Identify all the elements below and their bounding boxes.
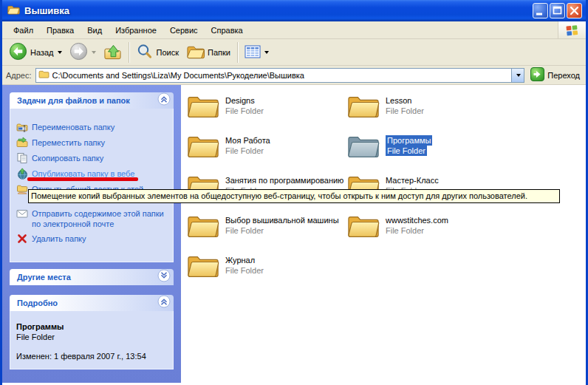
- back-dropdown-caret[interactable]: [58, 51, 62, 54]
- folder-name: Мастер-Класс: [386, 175, 439, 185]
- email-icon: [16, 208, 28, 219]
- details-header[interactable]: Подробно: [10, 295, 174, 311]
- chevron-down-icon: [516, 74, 521, 77]
- delete-icon: [16, 233, 28, 245]
- folder-selected-icon: [347, 134, 380, 160]
- menu-bar: Файл Правка Вид Избранное Сервис Справка: [2, 21, 586, 39]
- address-path[interactable]: C:\Documents and Settings\Liza\My Docume…: [52, 71, 509, 80]
- folder-tile[interactable]: wwwstitches.com File Folder: [347, 214, 507, 253]
- views-dropdown-caret[interactable]: [264, 51, 269, 54]
- move-folder-icon: [16, 137, 28, 149]
- folders-icon: [186, 43, 205, 62]
- search-icon: [136, 43, 154, 62]
- other-places-header[interactable]: Другие места: [10, 269, 174, 285]
- close-button[interactable]: [567, 3, 582, 18]
- go-icon: [530, 67, 544, 83]
- folder-type: File Folder: [225, 106, 264, 116]
- task-link[interactable]: Переместить папку: [16, 137, 168, 149]
- forward-dropdown-caret[interactable]: [92, 51, 96, 54]
- menu-edit[interactable]: Правка: [40, 24, 81, 37]
- go-label: Переход: [547, 71, 580, 80]
- task-link[interactable]: Отправить содержимое этой папки по элект…: [16, 208, 168, 229]
- folders-button[interactable]: Папки: [182, 41, 234, 64]
- minimize-button[interactable]: [533, 3, 548, 18]
- folder-name: Моя Работа: [225, 135, 270, 146]
- toolbar-separator: [129, 42, 129, 63]
- forward-icon: [69, 42, 88, 62]
- back-icon: [9, 42, 27, 62]
- publish-web-icon: [16, 168, 28, 180]
- folder-type: File Folder: [225, 146, 264, 156]
- folder-tile[interactable]: Моя Работа File Folder: [187, 134, 347, 174]
- chevron-down-icon[interactable]: [157, 269, 171, 285]
- folder-type: File Folder: [386, 106, 424, 116]
- details-item-type: File Folder: [16, 332, 167, 342]
- folder-name: Designs: [225, 95, 255, 106]
- folder-icon: [187, 134, 219, 160]
- folder-tile[interactable]: Выбор вышивальной машины File Folder: [187, 214, 347, 253]
- other-places-title: Другие места: [17, 273, 157, 282]
- folder-icon: [187, 253, 219, 280]
- menu-file[interactable]: Файл: [7, 24, 40, 37]
- folder-icon: [347, 94, 380, 120]
- folder-name: Программы: [386, 135, 432, 146]
- folder-name: Выбор вышивальной машины: [225, 215, 339, 225]
- file-folder-tasks-list: Переименовать папку Переместить папку Ск…: [10, 109, 174, 262]
- toolbar-separator: [237, 42, 238, 63]
- folder-type: File Folder: [386, 146, 427, 156]
- folder-type: File Folder: [225, 225, 264, 236]
- up-folder-icon: [103, 43, 122, 62]
- menu-view[interactable]: Вид: [81, 24, 109, 37]
- share-folder-icon: [16, 183, 28, 195]
- address-combobox[interactable]: C:\Documents and Settings\Liza\My Docume…: [35, 68, 525, 83]
- chevron-up-icon[interactable]: [157, 295, 171, 311]
- file-folder-tasks-header[interactable]: Задачи для файлов и папок: [10, 92, 174, 109]
- views-button[interactable]: [241, 43, 273, 62]
- folder-tile[interactable]: Lesson File Folder: [347, 94, 507, 134]
- folder-tile[interactable]: Программы File Folder: [347, 134, 507, 174]
- details-item-modified: Изменен: 1 февраля 2007 г., 13:54: [16, 351, 167, 361]
- file-folder-tasks-title: Задачи для файлов и папок: [17, 96, 157, 105]
- back-button[interactable]: Назад: [5, 41, 66, 64]
- search-button[interactable]: Поиск: [132, 41, 182, 64]
- folder-name: Lesson: [386, 95, 411, 106]
- forward-button[interactable]: [66, 41, 100, 64]
- chevron-up-icon[interactable]: [157, 92, 171, 109]
- tooltip: Помещение копий выбранных элементов на о…: [28, 189, 560, 203]
- folder-type: File Folder: [386, 225, 424, 236]
- task-pane-sidebar: Задачи для файлов и папок Переименовать …: [2, 85, 181, 383]
- folder-tile[interactable]: Журнал File Folder: [187, 253, 347, 293]
- menu-help[interactable]: Справка: [205, 24, 250, 37]
- address-dropdown-button[interactable]: [511, 69, 524, 82]
- content-area: Задачи для файлов и папок Переименовать …: [2, 85, 586, 383]
- up-button[interactable]: [100, 41, 126, 64]
- details-item-name: Программы: [16, 321, 167, 332]
- task-link[interactable]: Скопировать папку: [16, 152, 168, 164]
- menu-tools[interactable]: Сервис: [163, 24, 205, 37]
- panel-other-places: Другие места: [10, 269, 174, 285]
- search-label: Поиск: [157, 48, 179, 57]
- address-folder-icon: [38, 69, 49, 82]
- address-bar: Адрес: C:\Documents and Settings\Liza\My…: [2, 66, 586, 85]
- details-title: Подробно: [17, 299, 157, 307]
- menu-favorites[interactable]: Избранное: [109, 24, 163, 37]
- task-link[interactable]: Опубликовать папку в вебе: [16, 168, 168, 180]
- folder-icon: [187, 94, 219, 120]
- panel-details: Подробно Программы File Folder Изменен: …: [10, 295, 174, 369]
- panel-file-folder-tasks: Задачи для файлов и папок Переименовать …: [10, 92, 174, 262]
- go-button[interactable]: Переход: [528, 67, 582, 83]
- folders-label: Папки: [208, 48, 230, 57]
- file-list-area: Designs File Folder Lesson File Folder М…: [181, 85, 586, 383]
- address-label: Адрес:: [6, 71, 32, 80]
- back-label: Назад: [30, 48, 54, 57]
- maximize-button[interactable]: [550, 3, 565, 18]
- title-bar: Вышивка: [2, 0, 586, 21]
- folder-name: wwwstitches.com: [386, 215, 448, 225]
- folder-name: Занятия по программированию: [225, 175, 343, 185]
- views-icon: [245, 44, 261, 61]
- task-link[interactable]: Переименовать папку: [16, 121, 168, 133]
- folder-tile[interactable]: Designs File Folder: [187, 94, 347, 134]
- toolbar: Назад Поиск Папки: [2, 39, 586, 66]
- folder-name: Журнал: [225, 255, 255, 265]
- task-link[interactable]: Удалить папку: [16, 233, 168, 245]
